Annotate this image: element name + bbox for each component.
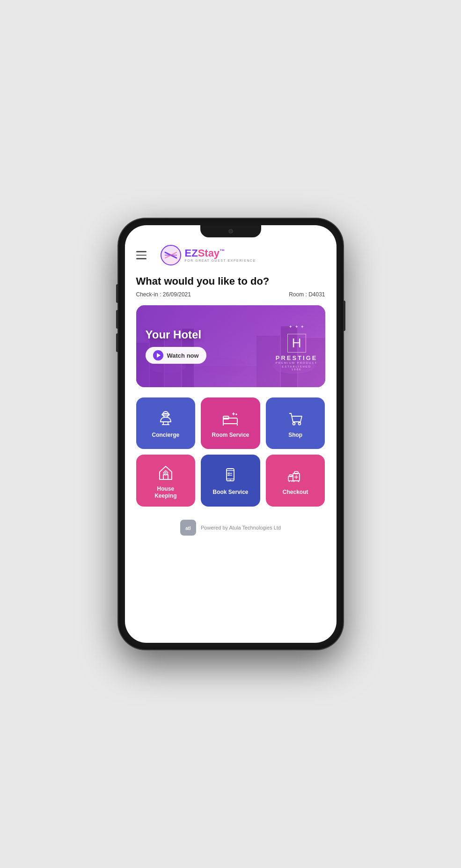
prestige-year: 1886: [276, 368, 318, 371]
concierge-label: Concierge: [152, 432, 179, 439]
atl-badge: atl: [180, 520, 196, 536]
service-grid-row2: HouseKeeping: [136, 455, 325, 507]
svg-point-29: [299, 422, 301, 425]
svg-point-46: [293, 481, 295, 482]
prestige-h: H: [287, 334, 306, 353]
shop-label: Shop: [288, 432, 302, 439]
svg-point-30: [164, 471, 168, 475]
menu-button[interactable]: [136, 251, 146, 259]
powered-by-text: Powered by Atula Technologies Ltd: [201, 525, 281, 530]
svg-point-51: [292, 481, 293, 482]
svg-point-47: [298, 481, 300, 482]
svg-text:✦ ✦ ✦: ✦ ✦ ✦: [289, 324, 305, 329]
room-service-label: Room Service: [212, 432, 249, 439]
checkout-card[interactable]: Checkout: [266, 455, 325, 507]
checkout-icon: [286, 466, 305, 485]
hotel-banner[interactable]: Your Hotel Watch now ✦ ✦ ✦: [136, 305, 325, 387]
prestige-name: PRESTIGE: [276, 354, 318, 361]
camera: [228, 229, 233, 234]
watch-now-button[interactable]: Watch now: [146, 347, 206, 364]
concierge-icon: [156, 409, 175, 428]
book-service-card[interactable]: Book Service: [201, 455, 260, 507]
logo-icon: [161, 245, 181, 265]
shop-card[interactable]: Shop: [266, 397, 325, 449]
concierge-card[interactable]: Concierge: [136, 397, 196, 449]
svg-point-41: [230, 480, 231, 481]
svg-point-50: [289, 481, 290, 482]
footer: atl Powered by Atula Technologies Ltd: [136, 512, 325, 545]
phone-screen: EZStay™ FOR GREAT GUEST EXPERIENCE What …: [125, 225, 337, 643]
svg-point-31: [165, 472, 166, 473]
housekeeping-card[interactable]: HouseKeeping: [136, 455, 196, 507]
page-title: What would you like to do?: [136, 275, 325, 288]
service-grid-row1: Concierge: [136, 397, 325, 449]
logo-text: EZStay™ FOR GREAT GUEST EXPERIENCE: [185, 248, 256, 263]
room-service-card[interactable]: Room Service: [201, 397, 260, 449]
header: EZStay™ FOR GREAT GUEST EXPERIENCE: [125, 238, 337, 270]
svg-rect-21: [223, 416, 229, 419]
info-row: Check-in : 26/09/2021 Room : D4031: [136, 291, 325, 298]
watch-label: Watch now: [167, 352, 199, 359]
checkin-info: Check-in : 26/09/2021: [136, 291, 191, 298]
book-service-icon: [221, 466, 240, 485]
housekeeping-icon: [156, 463, 175, 482]
brand-name: EZStay™: [185, 248, 256, 259]
phone-frame: EZStay™ FOR GREAT GUEST EXPERIENCE What …: [118, 219, 343, 649]
svg-rect-49: [289, 475, 292, 477]
prestige-sub1: PREMIUM PRODUCT: [276, 361, 318, 364]
checkout-label: Checkout: [283, 489, 308, 496]
prestige-ornament: ✦ ✦ ✦: [276, 321, 318, 332]
main-content: What would you like to do? Check-in : 26…: [125, 270, 337, 554]
svg-point-15: [163, 412, 168, 417]
notch: [200, 225, 261, 237]
room-info: Room : D4031: [289, 291, 325, 298]
book-service-label: Book Service: [212, 489, 248, 496]
play-icon: [153, 350, 163, 360]
screen-content: EZStay™ FOR GREAT GUEST EXPERIENCE What …: [125, 225, 337, 643]
svg-rect-43: [294, 471, 298, 474]
tagline: FOR GREAT GUEST EXPERIENCE: [185, 259, 256, 263]
ornament-svg: ✦ ✦ ✦: [280, 321, 313, 331]
play-triangle: [157, 353, 161, 358]
shop-icon: [286, 409, 305, 428]
room-service-icon: [221, 409, 240, 428]
housekeeping-label: HouseKeeping: [154, 485, 176, 500]
prestige-logo: ✦ ✦ ✦ H PRESTIGE PREMIUM PRODUCT ESTABLI…: [276, 321, 318, 371]
svg-point-28: [293, 422, 295, 425]
atl-logo: atl: [182, 521, 195, 534]
logo: EZStay™ FOR GREAT GUEST EXPERIENCE: [161, 245, 256, 265]
svg-text:atl: atl: [185, 526, 191, 531]
